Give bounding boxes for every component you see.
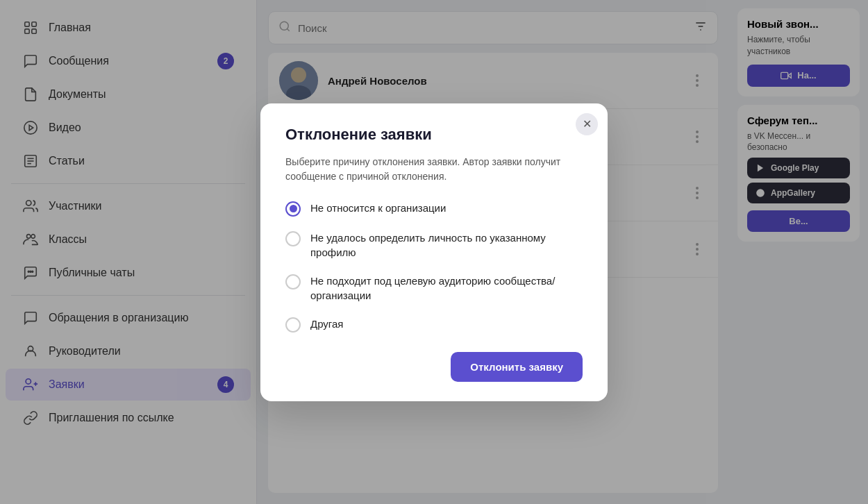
radio-circle-not-audience [285, 274, 301, 289]
close-modal-button[interactable]: ✕ [576, 113, 598, 135]
radio-label-not-org: Не относится к организации [310, 201, 446, 215]
radio-label-not-audience: Не подходит под целевую аудиторию сообще… [310, 274, 583, 303]
radio-option-not-org[interactable]: Не относится к организации [285, 201, 583, 217]
radio-label-other: Другая [310, 317, 343, 331]
modal-description: Выберите причину отклонения заявки. Авто… [285, 155, 583, 184]
modal-title: Отклонение заявки [285, 126, 583, 144]
radio-option-other[interactable]: Другая [285, 317, 583, 333]
modal-footer: Отклонить заявку [285, 352, 583, 382]
radio-option-cant-identify[interactable]: Не удалось определить личность по указан… [285, 230, 583, 260]
radio-option-not-audience[interactable]: Не подходит под целевую аудиторию сообще… [285, 274, 583, 303]
reason-radio-group: Не относится к организации Не удалось оп… [285, 201, 583, 333]
rejection-modal: ✕ Отклонение заявки Выберите причину отк… [260, 103, 608, 401]
radio-circle-cant-identify [285, 231, 301, 246]
reject-application-button[interactable]: Отклонить заявку [451, 352, 583, 382]
radio-circle-not-org [285, 201, 301, 217]
radio-circle-other [285, 317, 301, 333]
radio-label-cant-identify: Не удалось определить личность по указан… [310, 230, 583, 260]
modal-overlay[interactable]: ✕ Отклонение заявки Выберите причину отк… [0, 0, 868, 504]
